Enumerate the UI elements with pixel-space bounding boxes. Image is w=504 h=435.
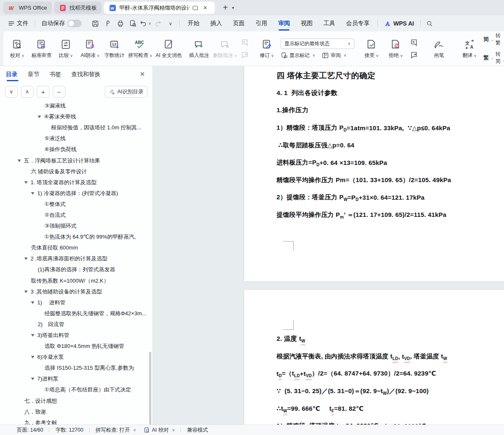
review-pane-button[interactable]: 审阅∨ [322, 52, 346, 59]
previous-comment-icon[interactable] [240, 38, 250, 47]
toc-item[interactable]: ①热流体为 64.9℃的 99%的甲醇蒸汽, [0, 232, 148, 242]
show-markup-button[interactable]: 显示标记∨ [281, 52, 315, 59]
toc-item[interactable]: 经圆整选取热轧无缝钢管，规格Φ42×3m... [0, 308, 148, 319]
document-page-2[interactable]: 2. 温度 tW根据汽液平衡表, 由内插法求得塔顶温度 tLD, tVD, 塔釜… [244, 290, 504, 425]
ai-proof-indicator[interactable]: AI 校对∨ [142, 427, 181, 434]
sidebar-tab-chapter[interactable]: 章节 [28, 66, 39, 83]
sidebar-scrollbar[interactable] [149, 352, 151, 425]
compare-button[interactable]: 比较∨ [54, 34, 78, 63]
tab-docer-templates[interactable]: 找稻壳模板 [54, 2, 102, 14]
toc-item[interactable]: 八．致谢 [0, 407, 148, 417]
word-count-indicator[interactable]: 字数: 12700 [49, 427, 89, 434]
toc-item[interactable]: 2 .塔底再沸器面积的计算及选型 [0, 253, 148, 264]
collapse-arrow-icon[interactable] [18, 160, 21, 162]
accept-button[interactable]: 接受∨ [359, 34, 384, 63]
document-canvas[interactable]: 四 塔体主要工艺尺寸的确定4. 1 列出各设计参数1.操作压力1）精馏段：塔顶压… [153, 66, 504, 425]
autosave-toggle[interactable] [67, 20, 82, 27]
tab-document[interactable]: W 甲醇-水体系浮阀精馏塔的设计 ✕ [104, 2, 215, 14]
spellcheck-indicator[interactable]: 拼写检查: 打开∨ [90, 427, 142, 434]
collapse-arrow-icon[interactable] [31, 356, 34, 358]
collapse-arrow-icon[interactable] [24, 181, 28, 184]
toc-item[interactable]: (1)再沸器的选择：列管式蒸发器 [0, 264, 148, 275]
toc-item[interactable]: 选择 IS150-125-315 型离心泵,参数为 [0, 363, 148, 373]
toc-item[interactable]: ②自流式 [0, 210, 148, 221]
collapse-arrow-icon[interactable] [31, 334, 34, 337]
expand-all-button[interactable]: ∨ [5, 86, 18, 98]
save-icon[interactable] [89, 18, 101, 29]
ai-read-button[interactable]: AI朗读∨ [78, 34, 102, 63]
toc-item[interactable]: ③强制循环式 [0, 221, 148, 232]
toc-item[interactable]: 九．参考文献 [0, 417, 148, 425]
zoom-out-outline-button[interactable]: − [53, 86, 65, 98]
toc-item[interactable]: 3 .其他辅助设备的计算及选型 [0, 286, 148, 297]
toc-item[interactable]: ③漏液线 [0, 100, 148, 111]
wps-ai-button[interactable]: WPS AI [380, 20, 418, 27]
undo-icon[interactable]: ∨ [139, 18, 152, 29]
collapse-all-button[interactable]: ∧ [21, 86, 34, 98]
zoom-in-outline-button[interactable]: + [37, 86, 49, 98]
tab-reference[interactable]: 引用 [250, 15, 273, 31]
next-change-icon[interactable] [409, 50, 419, 59]
tab-member[interactable]: 会员专享 [341, 15, 375, 31]
tab-insert[interactable]: 插入 [205, 15, 227, 31]
file-menu[interactable]: 文件 [4, 20, 32, 27]
toc-item[interactable]: 壳体直径取 600mm [0, 242, 148, 253]
toc-item[interactable]: ④雾沫夹带线 [0, 111, 148, 122]
page-indicator[interactable]: 页面: 14/60 [17, 427, 49, 434]
toc-item[interactable]: 1) 进料管 [0, 297, 148, 308]
delete-comment-button[interactable]: 删除批注∨ [211, 34, 239, 63]
toc-item[interactable]: 六 辅助设备及零件设计 [0, 166, 148, 177]
tab-list-chevron-icon[interactable]: ▾ [230, 5, 237, 10]
toc-item[interactable]: 五．浮阀塔板工艺设计计算结果 [0, 155, 148, 166]
toc-item[interactable]: 1. 塔顶全凝器的计算及选型 [0, 177, 148, 188]
close-tab-icon[interactable]: ✕ [201, 3, 210, 13]
translate-button[interactable]: 文A 翻译∨ [457, 34, 482, 63]
collapse-arrow-icon[interactable] [31, 192, 34, 195]
to-simplified-button[interactable]: 繁→ 转简 [483, 51, 501, 65]
toc-item[interactable]: 1) 冷凝器的选择：(列管式冷凝器) [0, 188, 148, 199]
ai-recognize-toc-button[interactable]: AI识别目录 [105, 86, 147, 98]
toc-item[interactable]: 七．设计感想 [0, 396, 148, 407]
word-count-button[interactable]: 12 字数统计 [102, 34, 127, 63]
toc-item[interactable]: 7)进料泵 [0, 373, 148, 384]
sidebar-tab-toc[interactable]: 目录 [6, 66, 18, 83]
collapse-arrow-icon[interactable] [24, 291, 28, 293]
previous-change-icon[interactable] [409, 38, 419, 47]
collapse-arrow-icon[interactable] [38, 116, 41, 118]
toc-item[interactable]: 根据经验值，因该塔径 1.0m 控制其... [0, 122, 148, 133]
brush-button[interactable]: 画笔 [424, 34, 454, 63]
sidebar-tab-bookmark[interactable]: 书签 [49, 66, 61, 83]
redo-icon[interactable] [152, 18, 164, 29]
search-icon[interactable] [423, 18, 436, 29]
insert-comment-button[interactable]: 插入批注 [187, 34, 211, 63]
toc-item[interactable]: 取传热系数 K=1000W/（m2.K） [0, 275, 148, 286]
tab-tools[interactable]: 工具 [318, 15, 341, 31]
tab-wps-office[interactable]: W WPS Office [3, 2, 52, 14]
collapse-arrow-icon[interactable] [31, 378, 34, 380]
undo-chevron-icon[interactable]: ∨ [148, 21, 151, 26]
tab-view[interactable]: 视图 [295, 15, 318, 31]
to-traditional-button[interactable]: 简→ 转繁 [483, 32, 501, 46]
toc-item[interactable]: 3)塔釜出料管 [0, 330, 148, 341]
toc-item[interactable]: ①塔总高（不包括群座）由下式决定 [0, 384, 148, 395]
toc-item[interactable]: 2) 回流管 [0, 319, 148, 330]
ai-polish-button[interactable]: AI 全文润色 [154, 34, 184, 63]
new-tab-button[interactable]: + [221, 3, 230, 13]
tab-page[interactable]: 页面 [227, 15, 250, 31]
print-preview-icon[interactable] [127, 18, 139, 29]
tab-review[interactable]: 审阅 [273, 15, 295, 31]
collapse-arrow-icon[interactable] [31, 301, 34, 304]
proofread-button[interactable]: 校对∨ [5, 34, 29, 63]
document-page-1[interactable]: 四 塔体主要工艺尺寸的确定4. 1 列出各设计参数1.操作压力1）精馏段：塔顶压… [244, 66, 504, 281]
toc-item[interactable]: ①整体式 [0, 199, 148, 210]
sidebar-close-icon[interactable]: ✕ [140, 70, 145, 78]
spell-check-button[interactable]: ABC 拼写检查∨ [127, 34, 154, 63]
tab-start[interactable]: 开始 [182, 15, 205, 31]
toc-item[interactable]: ⑥操作负荷线 [0, 144, 148, 155]
reject-button[interactable]: 拒绝∨ [384, 34, 408, 63]
print-icon[interactable] [114, 18, 127, 29]
standard-review-button[interactable]: 标准审查 [29, 34, 54, 63]
toc-item[interactable]: ⑤液泛线 [0, 133, 148, 144]
autosave-control[interactable]: 自动保存 [38, 20, 85, 27]
markup-state-dropdown[interactable]: 显示标记的最终状态∨ [281, 39, 354, 49]
